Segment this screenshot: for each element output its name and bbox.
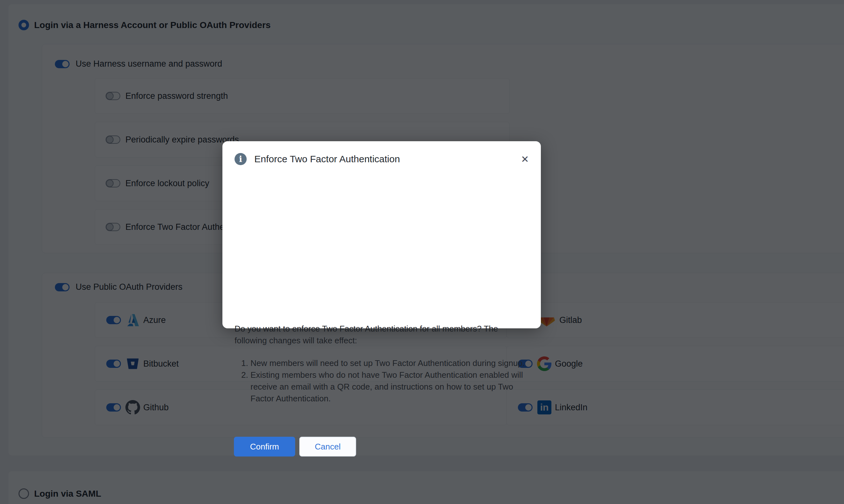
enforce-2fa-dialog: i Enforce Two Factor Authentication ✕ Do… (222, 141, 541, 328)
authentication-settings-page: Login via a Harness Account or Public OA… (0, 0, 844, 504)
list-item: Existing members who do not have Two Fac… (251, 369, 525, 404)
cancel-button[interactable]: Cancel (299, 437, 356, 456)
info-icon: i (235, 153, 247, 165)
confirm-button[interactable]: Confirm (234, 437, 295, 456)
close-icon[interactable]: ✕ (517, 151, 533, 167)
dialog-change-list: New members will need to set up Two Fact… (235, 357, 525, 404)
dialog-title: Enforce Two Factor Authentication (254, 154, 400, 164)
dialog-body-text: Do you want to enforce Two Factor Authen… (235, 323, 523, 346)
dialog-header: i Enforce Two Factor Authentication (235, 153, 400, 165)
list-item: New members will need to set up Two Fact… (251, 357, 525, 369)
